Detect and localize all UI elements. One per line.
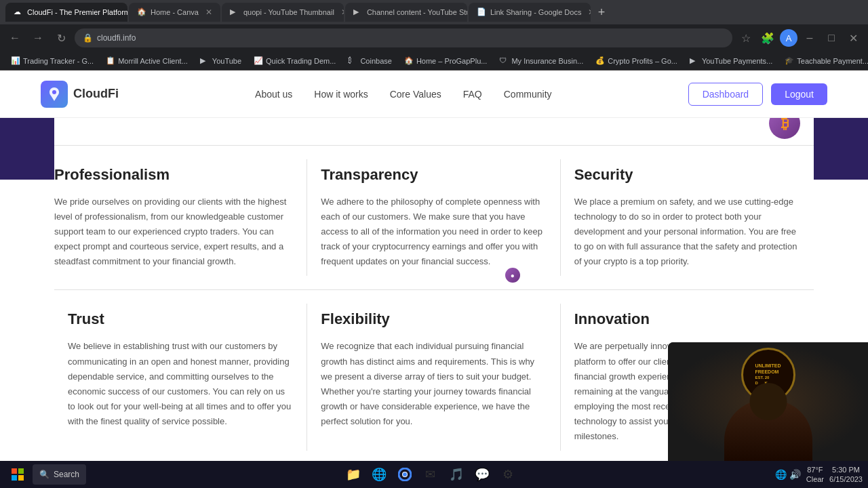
nav-community[interactable]: Community: [504, 89, 552, 100]
taskbar-file-explorer[interactable]: 📁: [341, 462, 366, 487]
tab-close-quopi[interactable]: ✕: [341, 7, 344, 17]
bookmark-trading-tracker[interactable]: 📊 Trading Tracker - G...: [5, 55, 99, 67]
site-header: CloudFi About us How it works Core Value…: [0, 70, 868, 118]
bitcoin-icon: ₿: [769, 118, 800, 139]
site-nav: About us How it works Core Values FAQ Co…: [255, 89, 551, 100]
taskbar-discord[interactable]: 💬: [470, 462, 494, 487]
bookmark-label-trading: Trading Tracker - G...: [23, 57, 94, 65]
bookmark-morrill[interactable]: 📋 Morrill Active Client...: [100, 55, 193, 67]
logout-button[interactable]: Logout: [771, 83, 827, 105]
tab-docs[interactable]: 📄 Link Sharing - Google Docs ✕: [469, 3, 591, 22]
tab-close-canva[interactable]: ✕: [205, 7, 212, 17]
close-button[interactable]: ✕: [844, 28, 863, 47]
address-bar[interactable]: 🔒 cloudfi.info: [75, 28, 732, 47]
bookmark-icon-trading: 📊: [11, 56, 20, 66]
taskbar-right: 🌐 🔊 87°F Clear 5:30 PM 6/15/2023: [775, 465, 863, 485]
dashboard-button[interactable]: Dashboard: [688, 83, 764, 106]
header-buttons: Dashboard Logout: [688, 83, 827, 106]
taskbar-time: 5:30 PM 6/15/2023: [829, 465, 863, 485]
bookmark-trading-dem[interactable]: 📈 Quick Trading Dem...: [248, 55, 341, 67]
bookmark-label-progap: Home – ProGapPlu...: [416, 57, 488, 65]
tab-channel[interactable]: ▶ Channel content - YouTube Stu... ✕: [345, 3, 467, 22]
nav-how-it-works[interactable]: How it works: [314, 89, 368, 100]
nav-core-values[interactable]: Core Values: [390, 89, 441, 100]
taskbar-sys-icons: 🌐 🔊: [775, 469, 801, 480]
tab-favicon-quopi: ▶: [230, 7, 239, 17]
profile-icon[interactable]: A: [780, 29, 797, 47]
taskbar-spotify[interactable]: 🎵: [444, 462, 469, 487]
tab-favicon-canva: 🏠: [137, 7, 146, 17]
bookmark-icon-insurance: 🛡: [499, 56, 509, 66]
bookmark-label-youtube: YouTube: [212, 57, 241, 65]
bookmark-label-insurance: My Insurance Busin...: [511, 57, 583, 65]
taskbar-mail[interactable]: ✉: [418, 462, 443, 487]
back-button[interactable]: ←: [5, 28, 24, 47]
value-transparency: Transparency We adhere to the philosophy…: [307, 146, 560, 289]
maximize-button[interactable]: □: [822, 28, 841, 47]
bookmark-crypto-profits[interactable]: 💰 Crypto Profits – Go...: [590, 55, 683, 67]
transparency-desc: We adhere to the philosophy of complete …: [321, 195, 547, 269]
forward-button[interactable]: →: [28, 28, 47, 47]
bookmark-label-crypto-profits: Crypto Profits – Go...: [608, 57, 677, 65]
taskbar: 🔍 Search 📁 🌐 ✉ 🎵 💬 ⚙ 🌐 🔊 87°F Clear 5:3: [0, 461, 868, 488]
logo-area: CloudFi: [41, 81, 119, 108]
tab-quopi[interactable]: ▶ quopi - YouTube Thumbnail ✕: [222, 3, 344, 22]
bookmark-insurance[interactable]: 🛡 My Insurance Busin...: [494, 55, 589, 67]
new-tab-button[interactable]: +: [592, 3, 611, 22]
star-icon[interactable]: ☆: [736, 28, 755, 47]
bookmark-icon-yt-payments: ▶: [690, 56, 699, 66]
svg-rect-6: [18, 475, 24, 481]
minimize-button[interactable]: –: [800, 28, 819, 47]
value-trust: Trust We believe in establishing trust w…: [54, 290, 307, 461]
tab-favicon-docs: 📄: [477, 7, 486, 17]
taskbar-settings[interactable]: ⚙: [496, 462, 520, 487]
bookmark-icon-morrill: 📋: [106, 56, 115, 66]
values-grid-top: Professionalism We pride ourselves on pr…: [54, 146, 814, 289]
flexibility-desc: We recognize that each individual pursui…: [321, 339, 547, 429]
svg-rect-3: [12, 468, 17, 474]
tab-favicon-channel: ▶: [353, 7, 363, 17]
volume-icon: 🔊: [789, 469, 801, 480]
taskbar-edge[interactable]: 🌐: [367, 462, 391, 487]
trust-desc: We believe in establishing trust with ou…: [68, 339, 294, 429]
search-icon: 🔍: [39, 470, 50, 479]
webcam-inner: UNLIMITEDFREEDOMEST. 20D K: [668, 342, 868, 461]
webcam-overlay: UNLIMITEDFREEDOMEST. 20D K: [668, 342, 868, 461]
extension-icon[interactable]: 🧩: [758, 28, 777, 47]
tab-label-quopi: quopi - YouTube Thumbnail: [243, 8, 334, 16]
tab-close-docs[interactable]: ✕: [588, 7, 590, 17]
bookmark-label-trading-dem: Quick Trading Dem...: [266, 57, 336, 65]
tab-label-channel: Channel content - YouTube Stu...: [367, 8, 467, 16]
bookmark-youtube[interactable]: ▶ YouTube: [195, 55, 247, 67]
bookmark-label-coinbase: Coinbase: [360, 57, 391, 65]
bookmark-coinbase[interactable]: ₿ Coinbase: [342, 55, 397, 67]
nav-faq[interactable]: FAQ: [463, 89, 482, 100]
value-professionalism: Professionalism We pride ourselves on pr…: [54, 146, 307, 289]
bookmark-icon-progap: 🏠: [404, 56, 414, 66]
bookmark-label-yt-payments: YouTube Payments...: [702, 57, 772, 65]
taskbar-search[interactable]: 🔍 Search: [33, 464, 86, 485]
start-button[interactable]: [5, 462, 30, 487]
innovation-title: Innovation: [574, 310, 773, 328]
bookmark-icon-crypto-profits: 💰: [595, 56, 605, 66]
tab-cloudfi[interactable]: ☁ CloudFi - The Premier Platform ... ✕: [5, 3, 127, 22]
clock-time: 5:30 PM: [829, 465, 863, 474]
taskbar-chrome[interactable]: [393, 462, 417, 487]
browser-chrome: ☁ CloudFi - The Premier Platform ... ✕ 🏠…: [0, 0, 868, 70]
taskbar-weather: 87°F Clear: [806, 465, 824, 485]
weather-condition: Clear: [806, 474, 824, 484]
address-bar-row: ← → ↻ 🔒 cloudfi.info ☆ 🧩 A – □ ✕: [0, 24, 868, 52]
tab-canva[interactable]: 🏠 Home - Canva ✕: [129, 3, 220, 22]
reload-button[interactable]: ↻: [52, 28, 71, 47]
bookmark-icon-coinbase: ₿: [348, 56, 357, 66]
taskbar-center-icons: 📁 🌐 ✉ 🎵 💬 ⚙: [341, 462, 520, 487]
main-area: ₿ Professionalism We pride ourselves on …: [0, 118, 868, 461]
svg-point-9: [403, 472, 407, 476]
bookmark-yt-payments[interactable]: ▶ YouTube Payments...: [684, 55, 778, 67]
svg-rect-4: [18, 468, 24, 474]
bookmark-progap[interactable]: 🏠 Home – ProGapPlu...: [399, 55, 493, 67]
bookmark-icon-trading-dem: 📈: [254, 56, 263, 66]
bookmark-teachable[interactable]: 🎓 Teachable Payment...: [779, 55, 868, 67]
nav-about[interactable]: About us: [255, 89, 292, 100]
bookmark-icon-teachable: 🎓: [785, 56, 794, 66]
